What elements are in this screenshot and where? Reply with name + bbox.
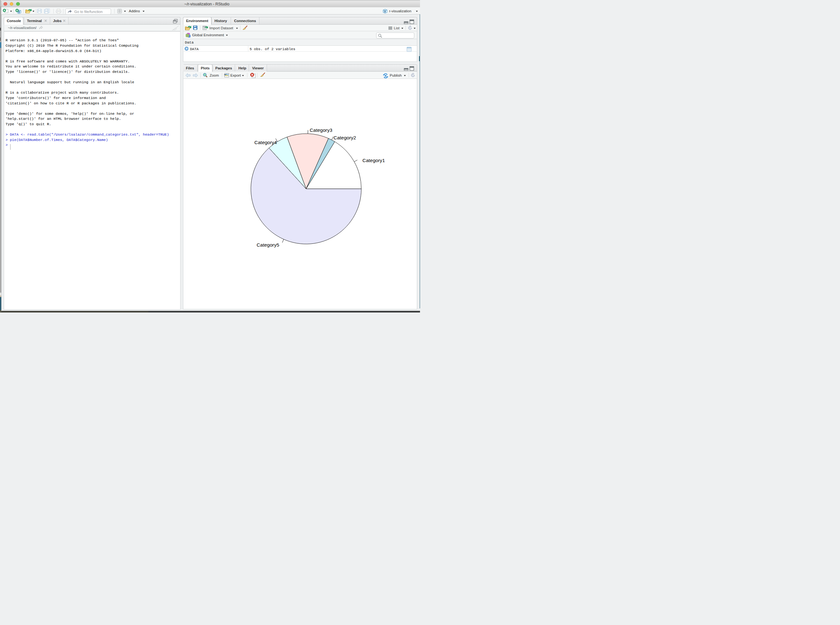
- svg-text:Category2: Category2: [333, 135, 355, 140]
- svg-text:R: R: [384, 10, 386, 13]
- svg-text:Category3: Category3: [310, 127, 332, 133]
- svg-text:Category1: Category1: [362, 158, 385, 163]
- svg-text:Category4: Category4: [254, 140, 277, 145]
- svg-text:Category5: Category5: [257, 242, 279, 247]
